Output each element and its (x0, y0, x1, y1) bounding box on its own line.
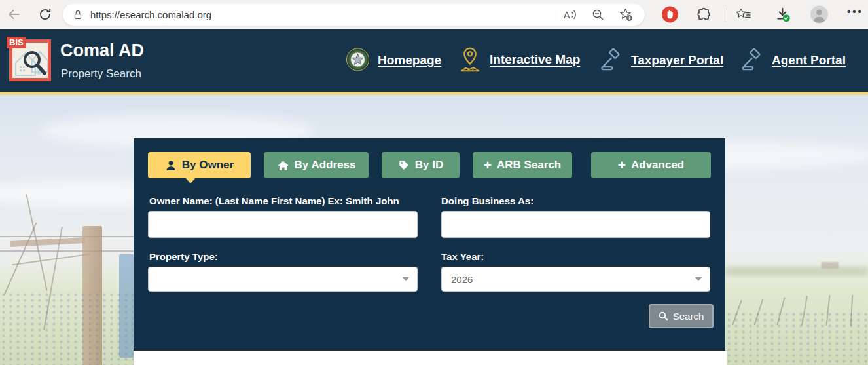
dba-input[interactable] (441, 211, 710, 238)
tab-label: ARB Search (497, 159, 561, 172)
search-button[interactable]: Search (649, 304, 714, 328)
adblock-icon[interactable] (661, 6, 679, 24)
tab-label: By Owner (182, 159, 234, 172)
tax-year-select[interactable]: 2026 (441, 267, 710, 292)
nav-homepage[interactable]: Homepage (346, 48, 441, 72)
zoom-out-icon[interactable] (592, 9, 605, 22)
bluebonnet-field-shape (725, 311, 868, 365)
bis-logo-text: BIS (7, 37, 26, 48)
person-icon (165, 160, 177, 171)
owner-name-label: Owner Name: (Last Name First Name) Ex: S… (149, 195, 399, 206)
fence-wire-shape (0, 250, 134, 252)
add-favorite-icon[interactable] (619, 8, 633, 22)
tax-year-value: 2026 (451, 274, 473, 285)
profile-avatar[interactable] (810, 5, 829, 24)
tab-by-address[interactable]: By Address (264, 152, 369, 178)
background-photo: By Owner By Address By ID + ARB Search (0, 95, 868, 365)
settings-menu-icon[interactable]: ••• (847, 6, 863, 17)
tab-label: By Address (295, 159, 356, 172)
site-title: Comal AD (60, 41, 144, 61)
gavel-icon (599, 48, 623, 72)
tab-label: Advanced (631, 159, 684, 172)
extensions-icon[interactable] (696, 7, 712, 22)
nav-taxpayer-portal[interactable]: Taxpayer Portal (599, 48, 723, 72)
screenshot-root: https://esearch.comalad.org A (0, 0, 868, 365)
nav-taxpayer-portal-link[interactable]: Taxpayer Portal (631, 52, 723, 67)
site-header: BIS Comal AD Property Search Homepage (0, 29, 868, 92)
toolbar-divider (725, 8, 725, 22)
browser-toolbar: https://esearch.comalad.org A (0, 0, 868, 29)
chevron-down-icon (403, 277, 409, 281)
tab-advanced[interactable]: + Advanced (591, 152, 711, 178)
treeline-shape (725, 267, 868, 276)
seal-icon (346, 48, 370, 72)
address-bar[interactable]: https://esearch.comalad.org A (63, 4, 645, 26)
site-subtitle: Property Search (61, 67, 141, 81)
branch-shape (4, 223, 37, 295)
tab-by-owner[interactable]: By Owner (148, 152, 251, 178)
property-search-panel: By Owner By Address By ID + ARB Search (134, 138, 725, 351)
bis-logo[interactable]: BIS (9, 39, 51, 81)
favorites-icon[interactable] (736, 7, 751, 22)
gavel-icon (740, 48, 764, 72)
fence-rail-shape (10, 237, 85, 247)
nav-interactive-map[interactable]: Interactive Map (458, 47, 580, 73)
plus-icon: + (618, 158, 626, 172)
bluebonnet-field-shape (0, 292, 137, 365)
results-area (134, 351, 727, 365)
branch-shape (12, 254, 90, 266)
plus-icon: + (484, 158, 492, 172)
read-aloud-icon[interactable]: A (563, 9, 577, 22)
refresh-icon[interactable] (38, 7, 52, 22)
farm-building-shape (822, 262, 839, 269)
search-button-label: Search (673, 311, 704, 322)
nav-agent-portal[interactable]: Agent Portal (740, 48, 846, 72)
nav-agent-portal-link[interactable]: Agent Portal (772, 52, 846, 67)
property-type-select[interactable] (148, 267, 418, 292)
tag-icon (398, 159, 410, 171)
svg-text:A: A (564, 10, 570, 20)
fence-wire-shape (0, 236, 134, 237)
lock-icon[interactable] (72, 9, 84, 21)
downloads-icon[interactable] (774, 7, 791, 23)
tab-by-id[interactable]: By ID (382, 152, 460, 178)
chevron-down-icon (695, 277, 702, 281)
nav-interactive-map-link[interactable]: Interactive Map (490, 52, 580, 67)
nav-homepage-link[interactable]: Homepage (378, 52, 441, 67)
tax-year-label: Tax Year: (441, 251, 484, 262)
dba-label: Doing Business As: (441, 195, 533, 206)
search-icon (659, 311, 668, 321)
map-pin-icon (458, 47, 482, 73)
active-tab-pointer (185, 178, 196, 183)
tab-label: By ID (415, 159, 443, 172)
home-icon (277, 160, 289, 171)
url-text[interactable]: https://esearch.comalad.org (90, 9, 563, 20)
owner-name-input[interactable] (148, 211, 418, 238)
back-icon[interactable] (7, 7, 21, 22)
tab-arb-search[interactable]: + ARB Search (473, 152, 572, 178)
property-type-label: Property Type: (149, 251, 218, 262)
